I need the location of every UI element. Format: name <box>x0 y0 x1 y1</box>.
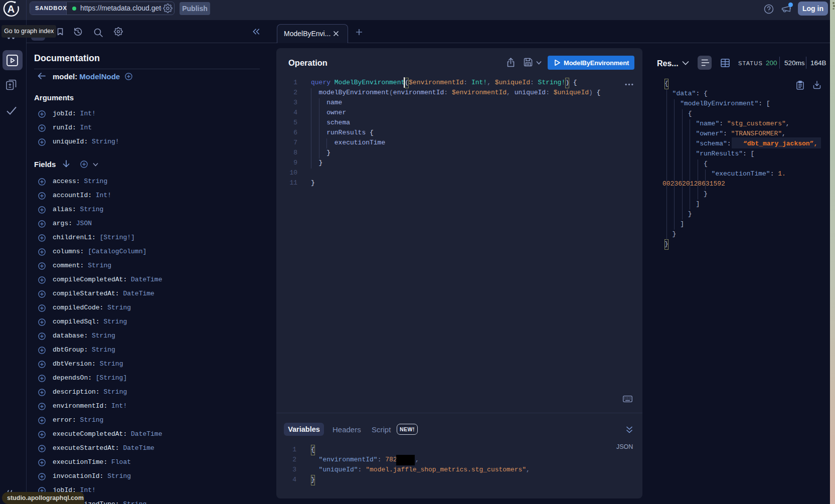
svg-text:A: A <box>8 4 15 15</box>
